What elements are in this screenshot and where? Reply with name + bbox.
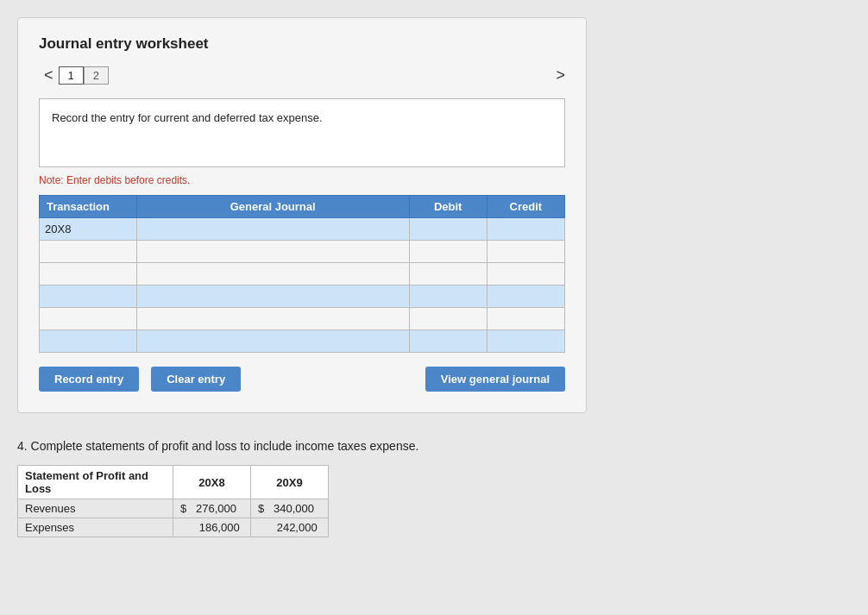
profit-row-desc: Expenses: [18, 518, 173, 537]
profit-header-desc: Statement of Profit and Loss: [18, 466, 173, 499]
page-container: Journal entry worksheet < 1 2 > Record t…: [17, 17, 851, 537]
profit-header-20x9: 20X9: [251, 466, 329, 499]
tab-1[interactable]: 1: [59, 66, 84, 85]
journal-row-debit[interactable]: [409, 263, 487, 286]
journal-row-transaction: [40, 286, 137, 308]
journal-row-credit[interactable]: [487, 330, 564, 353]
journal-row-debit[interactable]: [409, 308, 487, 330]
nav-arrow-left[interactable]: <: [39, 65, 59, 86]
instruction-box: Record the entry for current and deferre…: [39, 98, 565, 167]
journal-row-transaction: [40, 308, 137, 330]
journal-row-credit[interactable]: [487, 308, 564, 330]
profit-row-col1: 186,000: [173, 518, 251, 537]
journal-row-credit[interactable]: [487, 218, 564, 241]
header-transaction: Transaction: [40, 196, 137, 218]
section4-label: 4. Complete statements of profit and los…: [17, 439, 851, 453]
journal-row-credit[interactable]: [487, 241, 564, 263]
profit-row-col2: 242,000: [251, 518, 329, 537]
journal-row-credit[interactable]: [487, 286, 564, 308]
header-credit: Credit: [487, 196, 564, 218]
journal-row-credit[interactable]: [487, 263, 564, 286]
instruction-text: Record the entry for current and deferre…: [52, 111, 323, 124]
journal-row-debit[interactable]: [409, 286, 487, 308]
journal-row-transaction: [40, 330, 137, 353]
worksheet-title: Journal entry worksheet: [39, 35, 565, 53]
journal-row-general[interactable]: [136, 218, 409, 241]
clear-entry-button[interactable]: Clear entry: [151, 367, 241, 392]
journal-row-transaction: 20X8: [40, 218, 137, 241]
journal-row-debit[interactable]: [409, 330, 487, 353]
journal-row-general[interactable]: [136, 241, 409, 263]
record-entry-button[interactable]: Record entry: [39, 367, 139, 392]
journal-row-general[interactable]: [136, 330, 409, 353]
nav-arrow-right[interactable]: >: [556, 66, 565, 85]
journal-row-debit[interactable]: [409, 218, 487, 241]
header-general-journal: General Journal: [136, 196, 409, 218]
journal-row-transaction: [40, 241, 137, 263]
journal-row-transaction: [40, 263, 137, 286]
note-text: Note: Enter debits before credits.: [39, 174, 565, 186]
journal-table: Transaction General Journal Debit Credit…: [39, 195, 565, 353]
journal-row-general[interactable]: [136, 286, 409, 308]
worksheet-card: Journal entry worksheet < 1 2 > Record t…: [17, 17, 587, 413]
profit-loss-table: Statement of Profit and Loss 20X8 20X9 R…: [17, 465, 329, 537]
profit-header-20x8: 20X8: [173, 466, 251, 499]
journal-row-general[interactable]: [136, 263, 409, 286]
journal-row-debit[interactable]: [409, 241, 487, 263]
profit-row-col1: $ 276,000: [173, 499, 251, 518]
profit-row-desc: Revenues: [18, 499, 173, 518]
profit-row-col2: $ 340,000: [251, 499, 329, 518]
button-row: Record entry Clear entry View general jo…: [39, 367, 565, 392]
tab-navigation: < 1 2 >: [39, 65, 565, 86]
journal-row-general[interactable]: [136, 308, 409, 330]
header-debit: Debit: [409, 196, 487, 218]
view-general-journal-button[interactable]: View general journal: [425, 367, 565, 392]
tab-2[interactable]: 2: [84, 66, 109, 85]
